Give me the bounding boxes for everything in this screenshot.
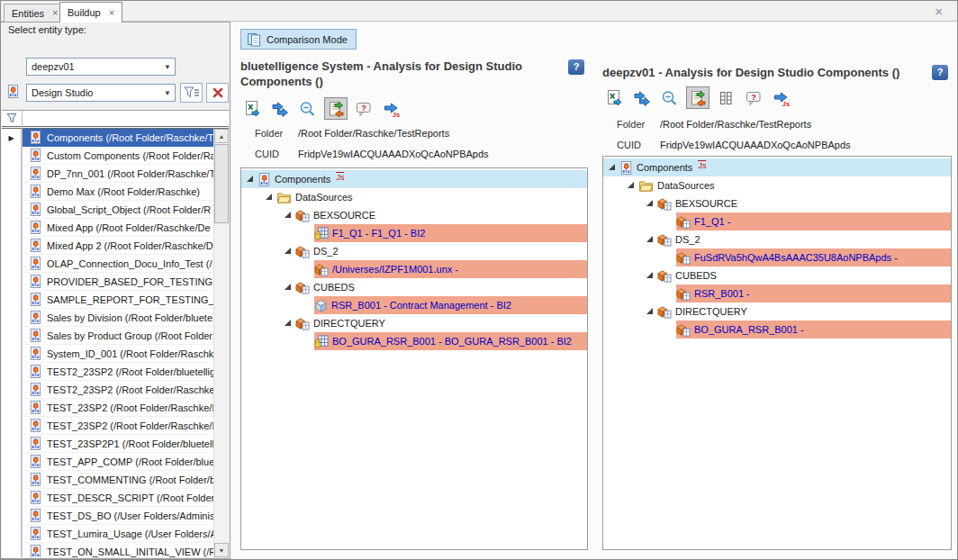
tree-row[interactable]: ComponentsJs	[603, 158, 951, 176]
entity-row[interactable]: System_ID_001 (/Root Folder/Raschk	[2, 345, 213, 363]
tree-row[interactable]: FuSdRVa5hQwA4BsAAAC35U8AoNPBApds -	[603, 248, 951, 266]
expand-arrow-icon[interactable]	[609, 164, 615, 170]
entity-row[interactable]: TEST_DS_BO (/User Folders/Administ	[2, 507, 213, 525]
tree-row-band: ComponentsJs	[258, 170, 587, 188]
scrollbar[interactable]: ▲ ▼	[213, 129, 229, 557]
help-bubble-button[interactable]: ?	[742, 86, 765, 109]
entity-row[interactable]: Sales by Product Group (/Root Folder	[2, 327, 213, 345]
entity-row[interactable]: Mixed App (/Root Folder/Raschke/De	[2, 219, 213, 237]
tab-buildup[interactable]: Buildup ×	[59, 2, 122, 23]
scroll-down-button[interactable]: ▼	[214, 543, 229, 557]
tab-close-icon[interactable]: ×	[52, 8, 58, 18]
clear-filter-button[interactable]	[206, 83, 229, 103]
columns-button[interactable]	[714, 86, 737, 109]
window-close-icon[interactable]: ×	[935, 4, 943, 19]
tree-row[interactable]: CUBEDS	[603, 266, 951, 285]
tree-row[interactable]: BEXSOURCE	[603, 194, 951, 212]
tree-row[interactable]: RSR_B001 -	[603, 285, 951, 303]
entity-row[interactable]: Global_Script_Object (/Root Folder/R	[2, 201, 213, 219]
entity-row[interactable]: TEST_23SP2 (/Root Folder/Raschke/L	[2, 417, 213, 435]
entity-row[interactable]: TEST_23SP2 (/Root Folder/Raschke/D	[2, 399, 213, 417]
entity-row[interactable]: TEST_23SP2P1 (/Root Folder/bluetelli	[2, 435, 213, 453]
tab-close-icon[interactable]: ×	[109, 8, 114, 18]
entity-row[interactable]: TEST_ON_SMALL_INITIAL_VIEW (/Rc	[2, 543, 213, 557]
scrollbar-thumb[interactable]	[214, 144, 229, 223]
expand-arrow-icon[interactable]	[646, 308, 653, 314]
tree-row[interactable]: DS_2	[603, 230, 951, 248]
entity-row-label: TEST_Lumira_Usage (/User Folders/A	[47, 528, 213, 539]
expand-arrow-icon[interactable]	[628, 182, 634, 188]
expand-arrow-icon[interactable]	[646, 272, 653, 278]
tree-row[interactable]: BEXSOURCE	[241, 206, 587, 224]
row-gutter	[2, 327, 22, 345]
tree-row-band: F1_Q1 -	[676, 212, 951, 230]
tree-row[interactable]: /Universes/IZPF1M001.unx -	[241, 260, 587, 278]
left-analysis-panel: bluetelligence System - Analysis for Des…	[240, 22, 588, 559]
expand-arrow-icon[interactable]	[285, 284, 291, 290]
tree-row-band: CUBEDS	[295, 278, 587, 296]
row-gutter	[2, 417, 22, 435]
entity-row[interactable]: TEST_DESCR_SCRIPT (/Root Folder/F	[2, 489, 213, 507]
tree-row[interactable]: DIRECTQUERY	[603, 303, 951, 321]
entity-row[interactable]: TEST2_23SP2 (/Root Folder/Raschke,	[2, 381, 213, 399]
entity-row[interactable]: Custom Components (/Root Folder/Ra	[2, 147, 213, 165]
compare-button[interactable]	[324, 97, 348, 120]
help-icon[interactable]: ?	[932, 65, 948, 80]
cube-icon	[676, 287, 691, 301]
tree-row[interactable]: CUBEDS	[241, 278, 587, 296]
js-export-button[interactable]: Js	[380, 97, 403, 120]
entity-row[interactable]: Mixed App 2 (/Root Folder/Raschke/D	[2, 237, 213, 255]
entity-row[interactable]: TEST_APP_COMP (/Root Folder/bluet	[2, 453, 213, 471]
zoom-out-button[interactable]	[658, 86, 682, 109]
expand-arrow-icon[interactable]	[247, 176, 253, 182]
entity-row[interactable]: DP_7nn_001 (/Root Folder/Raschke/T	[2, 165, 213, 183]
entity-row[interactable]: Demo Max (/Root Folder/Raschke)	[2, 183, 213, 201]
tree-row[interactable]: DataSources	[603, 176, 951, 194]
entity-row-label: SAMPLE_REPORT_FOR_TESTING_M (	[47, 294, 213, 305]
tree-row[interactable]: DataSources	[241, 188, 587, 206]
entity-row[interactable]: SAMPLE_REPORT_FOR_TESTING_M (	[2, 291, 213, 309]
tree-row[interactable]: BO_GURA_RSR_B001 -	[603, 321, 951, 339]
system-select[interactable]: deepzv01 ▼	[26, 58, 176, 76]
help-bubble-button[interactable]: ?	[352, 97, 375, 120]
entity-row[interactable]: TEST_Lumira_Usage (/User Folders/A	[2, 525, 213, 543]
expand-arrow-icon[interactable]	[646, 200, 653, 206]
tree-row[interactable]: F1_Q1 - F1_Q1 - BI2	[241, 224, 587, 242]
compare-button[interactable]	[686, 86, 709, 109]
transport-button[interactable]	[268, 97, 292, 120]
entity-list: ▶Components (/Root Folder/Raschke/TCusto…	[2, 110, 229, 557]
tree-row[interactable]: RSR_B001 - Contract Management - BI2	[241, 296, 587, 314]
entity-row[interactable]: PROVIDER_BASED_FOR_TESTING (/F	[2, 273, 213, 291]
help-icon[interactable]: ?	[568, 59, 584, 75]
expand-arrow-icon[interactable]	[646, 236, 653, 242]
entity-row[interactable]: OLAP_Connection_Docu_Info_Test (/	[2, 255, 213, 273]
expand-arrow-icon[interactable]	[266, 194, 272, 200]
filter-button[interactable]	[180, 83, 203, 103]
chevron-down-icon[interactable]: ▼	[160, 63, 175, 71]
tree-row[interactable]: DS_2	[241, 242, 587, 260]
expand-arrow-icon[interactable]	[285, 320, 291, 326]
funnel-icon[interactable]	[6, 113, 17, 123]
entity-row[interactable]: TEST2_23SP2 (/Root Folder/bluetellig	[2, 363, 213, 381]
transport-button[interactable]	[630, 86, 654, 109]
expand-arrow-icon[interactable]	[285, 248, 291, 254]
entity-row[interactable]: Sales by Division (/Root Folder/bluete	[2, 309, 213, 327]
tree-row[interactable]: F1_Q1 -	[603, 212, 951, 230]
cube-icon	[657, 233, 672, 247]
scroll-up-button[interactable]: ▲	[214, 129, 229, 143]
tree-row[interactable]: DIRECTQUERY	[241, 314, 587, 332]
tree-row[interactable]: BO_GURA_RSR_B001 - BO_GURA_RSR_B001 - BI…	[241, 332, 587, 350]
tree-row-band: F1_Q1 - F1_Q1 - BI2	[314, 224, 587, 242]
expand-arrow-icon[interactable]	[285, 212, 291, 218]
tab-entities[interactable]: Entities ×	[4, 4, 67, 22]
js-export-button[interactable]: Js	[770, 86, 793, 109]
excel-export-button[interactable]	[240, 97, 264, 120]
tab-label: Buildup	[68, 7, 101, 18]
zoom-out-button[interactable]	[296, 97, 320, 120]
entity-row[interactable]: TEST_COMMENTING (/Root Folder/bl	[2, 471, 213, 489]
excel-export-button[interactable]	[602, 86, 626, 109]
entity-row[interactable]: ▶Components (/Root Folder/Raschke/T	[2, 129, 213, 147]
chevron-down-icon[interactable]: ▼	[160, 89, 175, 97]
entity-type-select[interactable]: Design Studio ▼	[26, 84, 176, 102]
tree-row[interactable]: ComponentsJs	[241, 170, 587, 188]
